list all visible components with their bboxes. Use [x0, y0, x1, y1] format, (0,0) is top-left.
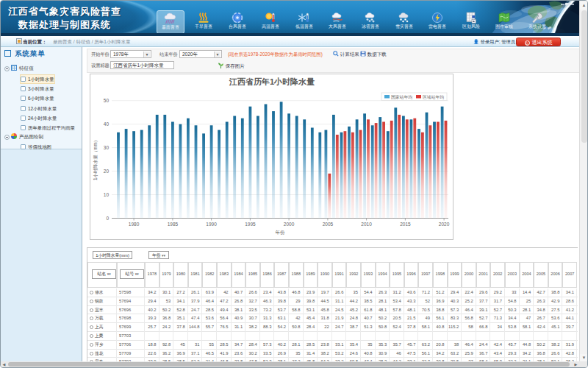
svg-text:2000: 2000	[284, 222, 295, 227]
svg-text:2020: 2020	[439, 222, 450, 227]
svg-text:0: 0	[106, 216, 109, 221]
svg-text:40: 40	[104, 121, 110, 127]
svg-text:1小时降水量（mm）: 1小时降水量（mm）	[93, 138, 98, 180]
svg-text:区域站年均: 区域站年均	[423, 94, 444, 100]
svg-text:年份: 年份	[276, 230, 286, 236]
svg-text:50: 50	[104, 98, 110, 103]
svg-text:10: 10	[104, 192, 110, 197]
svg-text:江西省历年1小时降水量: 江西省历年1小时降水量	[229, 77, 315, 86]
svg-text:1990: 1990	[206, 222, 217, 227]
svg-text:1985: 1985	[168, 222, 179, 227]
svg-text:30: 30	[104, 145, 110, 150]
svg-text:2015: 2015	[400, 222, 411, 227]
svg-text:国家站年均: 国家站年均	[391, 94, 412, 100]
svg-text:1995: 1995	[245, 222, 256, 227]
svg-text:1980: 1980	[129, 222, 140, 227]
svg-text:2005: 2005	[323, 222, 334, 227]
svg-text:2010: 2010	[361, 222, 372, 227]
svg-text:20: 20	[104, 169, 110, 174]
